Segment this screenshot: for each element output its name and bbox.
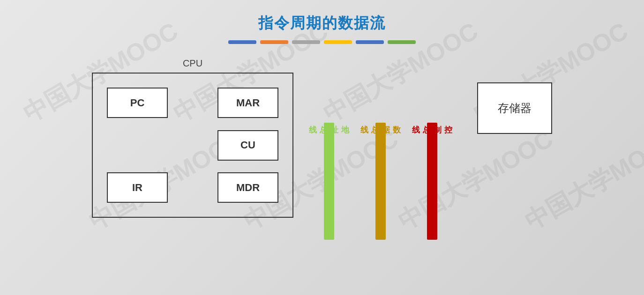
address-bus-column: 地址总线 [307, 82, 351, 240]
data-bus-bar [375, 123, 386, 240]
color-bar-2 [260, 40, 288, 44]
address-bus-bar [324, 123, 334, 240]
mar-box: MAR [217, 88, 278, 118]
color-bar-3 [292, 40, 320, 44]
color-bar-6 [388, 40, 416, 44]
cpu-box: PC MAR CU IR MDR [92, 73, 293, 218]
ir-box: IR [107, 172, 168, 203]
control-bus-label: 控制总线 [411, 82, 454, 120]
color-bar-5 [356, 40, 384, 44]
cpu-middle-row: CU [107, 130, 278, 161]
pc-box: PC [107, 88, 168, 118]
mdr-box: MDR [217, 172, 278, 203]
address-bus-label: 地址总线 [307, 82, 351, 120]
color-bar-4 [324, 40, 352, 44]
color-bar-row [0, 40, 644, 44]
control-bus-column: 控制总线 [411, 82, 454, 240]
cpu-bottom-row: IR MDR [107, 172, 278, 203]
page-title: 指令周期的数据流 [0, 0, 644, 34]
cpu-area: CPU PC MAR CU IR MDR [92, 58, 293, 218]
data-bus-column: 数据总线 [359, 82, 402, 240]
bus-area: 地址总线 数据总线 控制总线 [307, 82, 454, 240]
cpu-label: CPU [92, 58, 293, 69]
main-area: CPU PC MAR CU IR MDR 地址总线 数据总线 [0, 58, 644, 240]
cu-box: CU [217, 130, 278, 161]
control-bus-bar [427, 123, 437, 240]
memory-box: 存储器 [477, 82, 552, 134]
cpu-top-row: PC MAR [107, 88, 278, 118]
data-bus-label: 数据总线 [359, 82, 402, 120]
memory-area: 存储器 [477, 82, 552, 134]
color-bar-1 [228, 40, 256, 44]
